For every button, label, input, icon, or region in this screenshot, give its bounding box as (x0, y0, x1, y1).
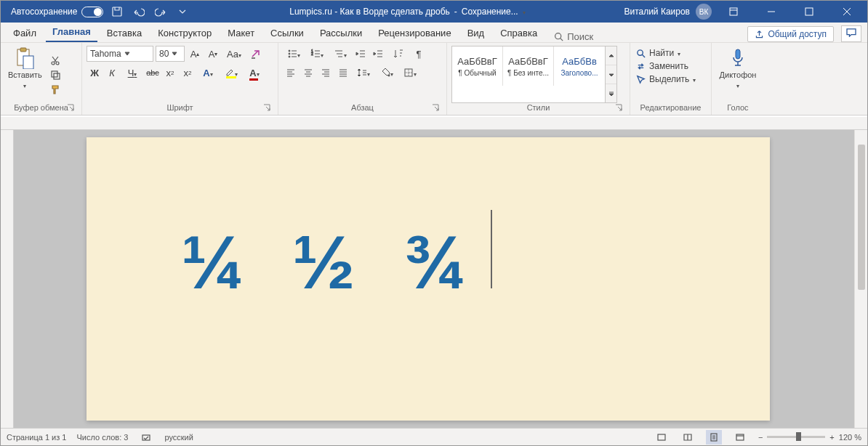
highlight-color-icon[interactable] (220, 65, 242, 81)
bold-button[interactable]: Ж (87, 65, 103, 81)
superscript-icon[interactable]: x2 (180, 65, 196, 81)
clear-formatting-icon[interactable] (247, 46, 263, 62)
ribbon-display-options-icon[interactable] (718, 1, 750, 23)
tab-help[interactable]: Справка (494, 23, 544, 42)
avatar[interactable]: ВК (696, 4, 712, 20)
web-layout-icon[interactable] (732, 430, 748, 445)
strikethrough-button[interactable]: abc (145, 65, 161, 81)
font-size-select[interactable]: 80 (156, 46, 185, 62)
paste-dropdown-icon[interactable] (23, 81, 26, 89)
replace-button[interactable]: Заменить (635, 60, 707, 72)
select-button[interactable]: Выделить (635, 73, 707, 85)
sort-icon[interactable] (387, 46, 409, 62)
numbering-icon[interactable]: 12 (306, 46, 328, 62)
styles-gallery-expand[interactable] (606, 46, 617, 103)
redo-icon[interactable] (153, 4, 169, 20)
font-color-icon[interactable]: A (244, 65, 265, 81)
font-name-value: Tahoma (90, 49, 121, 59)
print-layout-icon[interactable] (706, 430, 722, 445)
user-name[interactable]: Виталий Каиров (624, 7, 690, 17)
autosave-toggle[interactable]: Автосохранение (11, 7, 103, 17)
justify-icon[interactable] (335, 65, 351, 81)
styles-launcher-icon[interactable] (615, 104, 622, 111)
dictate-dropdown-icon[interactable] (736, 81, 739, 89)
font-size-value: 80 (159, 49, 169, 59)
minimize-icon[interactable] (755, 1, 787, 23)
dictate-button[interactable]: Диктофон (716, 46, 760, 91)
font-launcher-icon[interactable] (263, 104, 270, 111)
style-no-spacing[interactable]: АаБбВвГ¶ Без инте... (503, 46, 554, 86)
horizontal-ruler[interactable] (1, 117, 867, 130)
line-spacing-icon[interactable] (353, 65, 374, 81)
svg-rect-20 (142, 435, 150, 440)
vertical-scrollbar[interactable] (854, 130, 867, 428)
align-right-icon[interactable] (318, 65, 334, 81)
copy-icon[interactable] (48, 68, 63, 81)
spellcheck-icon[interactable] (138, 430, 154, 445)
tab-file[interactable]: Файл (7, 23, 43, 42)
scrollbar-thumb[interactable] (858, 145, 865, 290)
styles-gallery[interactable]: АаБбВвГ¶ Обычный АаБбВвГ¶ Без инте... Аа… (451, 46, 606, 103)
zoom-control[interactable]: − + 120 % (758, 433, 861, 442)
document-title: Lumpics.ru - Как в Ворде сделать дробь (289, 7, 450, 17)
subscript-icon[interactable]: x2 (162, 65, 178, 81)
zoom-slider[interactable] (767, 436, 825, 438)
svg-point-3 (555, 33, 561, 39)
tab-layout[interactable]: Макет (221, 23, 261, 42)
cut-icon[interactable] (48, 54, 63, 67)
tab-home[interactable]: Главная (46, 22, 97, 42)
text-effects-icon[interactable]: A (197, 65, 219, 81)
align-center-icon[interactable] (300, 65, 316, 81)
decrease-indent-icon[interactable] (353, 46, 369, 62)
shrink-font-icon[interactable]: A▾ (205, 46, 221, 62)
grow-font-icon[interactable]: A▴ (187, 46, 203, 62)
word-count[interactable]: Число слов: 3 (76, 433, 128, 442)
focus-mode-icon[interactable] (654, 430, 670, 445)
multilevel-list-icon[interactable] (329, 46, 351, 62)
tab-references[interactable]: Ссылки (264, 23, 310, 42)
tab-insert[interactable]: Вставка (100, 23, 148, 42)
font-name-select[interactable]: Tahoma (87, 46, 153, 62)
clipboard-launcher-icon[interactable] (67, 104, 74, 111)
paste-button[interactable]: Вставить (5, 46, 45, 103)
tab-mailings[interactable]: Рассылки (313, 23, 369, 42)
italic-button[interactable]: К (104, 65, 120, 81)
paragraph-launcher-icon[interactable] (432, 104, 439, 111)
find-button[interactable]: Найти (635, 47, 707, 59)
document-page[interactable]: ¼ ½ ¾ (87, 137, 770, 421)
tab-review[interactable]: Рецензирование (371, 23, 457, 42)
comments-button[interactable] (841, 25, 861, 42)
fraction-text: ¾ (403, 219, 473, 306)
document-content[interactable]: ¼ ½ ¾ (181, 210, 492, 306)
tab-design[interactable]: Конструктор (151, 23, 218, 42)
zoom-out-icon[interactable]: − (758, 433, 763, 442)
vertical-ruler[interactable] (1, 130, 14, 428)
search-box[interactable]: Поиск (547, 31, 600, 42)
bullets-icon[interactable] (283, 46, 305, 62)
change-case-icon[interactable]: Aa (223, 46, 245, 62)
format-painter-icon[interactable] (48, 83, 63, 96)
svg-point-12 (289, 53, 290, 54)
qat-more-icon[interactable] (174, 4, 190, 20)
maximize-icon[interactable] (793, 1, 825, 23)
show-marks-icon[interactable]: ¶ (411, 46, 427, 62)
close-icon[interactable] (831, 1, 863, 23)
page-indicator[interactable]: Страница 1 из 1 (7, 433, 66, 442)
align-left-icon[interactable] (283, 65, 299, 81)
tab-view[interactable]: Вид (461, 23, 491, 42)
style-heading1[interactable]: АаБбВвЗаголово... (554, 46, 605, 86)
share-button[interactable]: Общий доступ (747, 26, 834, 42)
style-normal[interactable]: АаБбВвГ¶ Обычный (452, 46, 503, 86)
underline-button[interactable]: Ч (121, 65, 143, 81)
increase-indent-icon[interactable] (370, 46, 386, 62)
save-icon[interactable] (109, 4, 125, 20)
borders-icon[interactable] (399, 65, 421, 81)
toggle-switch[interactable] (81, 7, 103, 17)
read-mode-icon[interactable] (680, 430, 696, 445)
zoom-value[interactable]: 120 % (839, 433, 861, 442)
shading-icon[interactable] (376, 65, 398, 81)
title-dropdown-icon[interactable] (523, 7, 526, 17)
undo-icon[interactable] (131, 4, 147, 20)
language-indicator[interactable]: русский (164, 433, 193, 442)
zoom-in-icon[interactable]: + (829, 433, 834, 442)
